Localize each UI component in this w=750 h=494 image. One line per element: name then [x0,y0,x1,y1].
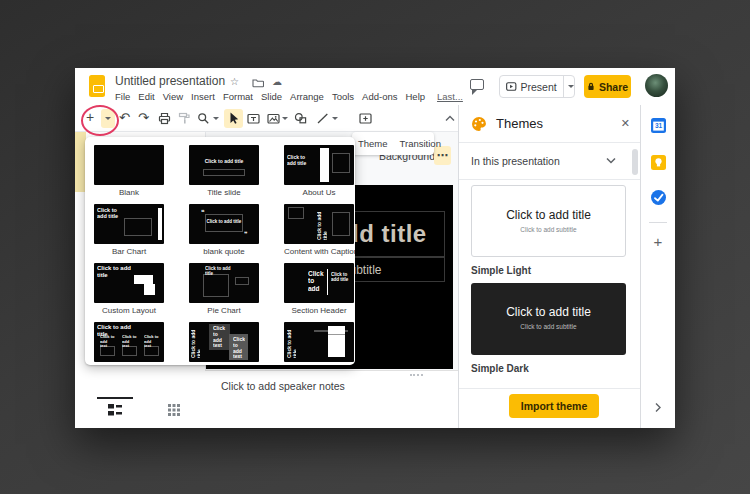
slides-logo-icon[interactable] [89,75,105,97]
app-window: Untitled presentation ☆ ☁ File Edit View… [75,68,675,428]
speaker-notes-input[interactable]: Click to add speaker notes [221,380,345,392]
layout-option-title-slide[interactable]: Click to add title Title slide [189,145,259,197]
cloud-status-icon[interactable]: ☁ [272,76,282,88]
menu-view[interactable]: View [163,91,183,102]
document-title[interactable]: Untitled presentation [115,74,225,88]
present-dropdown-caret[interactable] [568,85,574,91]
header-bar: Untitled presentation ☆ ☁ File Edit View… [75,68,675,105]
line-tool-icon[interactable] [316,112,329,125]
layout-thumbnail: Click to add title [189,145,259,185]
print-icon[interactable] [158,112,171,125]
layout-option-content-with-caption[interactable]: Click to add title Content with Caption [284,204,354,256]
svg-text:31: 31 [655,122,663,129]
import-theme-button[interactable]: Import theme [509,394,599,418]
layout-thumbnail: Click to add title [94,204,164,244]
filmstrip-view-icon[interactable] [108,404,122,416]
layout-thumbnail [94,145,164,185]
themes-scope-label: In this presentation [471,155,560,167]
menu-edit[interactable]: Edit [138,91,154,102]
menu-file[interactable]: File [115,91,130,102]
thumb-title-text: Click to add title [287,155,313,167]
thumb-title-text: Click to add title [331,272,350,282]
theme-card-title: Click to add title [472,208,625,222]
menu-slide[interactable]: Slide [261,91,282,102]
palette-icon [471,116,487,132]
star-icon[interactable]: ☆ [230,76,239,88]
menu-insert[interactable]: Insert [191,91,215,102]
text-box-icon[interactable] [247,112,260,125]
insert-comment-icon[interactable] [359,112,372,125]
image-caret-icon[interactable] [282,117,288,123]
themes-header: Themes ✕ [459,105,641,143]
present-button[interactable]: Present [499,75,575,98]
thumb-title-text: Click to add title [205,219,243,224]
paint-format-icon[interactable] [178,112,191,125]
layout-label: Pie Chart [189,306,259,315]
layout-option-pie-chart[interactable]: Click to add title Pie Chart [189,263,259,315]
insert-image-icon[interactable] [267,112,280,125]
layout-option-section-header[interactable]: Click to add title Click to add title Se… [284,263,354,315]
zoom-icon[interactable] [197,112,210,125]
tasks-icon[interactable] [651,190,666,205]
layout-label: Title slide [189,188,259,197]
layout-thumbnail: Click to add title ❝ ❞ [189,204,259,244]
theme-card-simple-light[interactable]: Click to add title Click to add subtitle [471,185,626,257]
layout-label: Bar Chart [94,247,164,256]
last-edit-link[interactable]: Last... [437,91,463,102]
user-avatar[interactable] [645,74,668,97]
undo-icon[interactable]: ↶ [119,111,130,125]
menu-tools[interactable]: Tools [332,91,354,102]
layouts-grid: Blank Click to add title Title slide Cli… [85,137,355,365]
move-folder-icon[interactable] [252,78,264,88]
lock-icon [587,82,595,91]
thumb-title-text: Click to add title [191,326,200,358]
add-addon-button[interactable]: + [641,233,675,250]
redo-icon[interactable]: ↷ [138,111,149,125]
menu-help[interactable]: Help [405,91,425,102]
calendar-icon[interactable]: 31 [651,118,666,133]
layout-thumbnail: Click to add title Click to add text Cli… [189,322,259,362]
layout-option-about-us[interactable]: Click to add title About Us [284,145,354,197]
transition-button[interactable]: Transition [394,138,447,149]
thumb-body-text: Click to add text [233,337,245,360]
zoom-caret-icon[interactable] [213,117,219,123]
layout-option-custom-layout[interactable]: Click to add title Custom Layout [94,263,164,315]
shape-tool-icon[interactable] [294,112,308,125]
layout-thumbnail: Click to add title Click to add text Cli… [94,322,164,362]
chevron-right-icon[interactable] [654,402,662,413]
notes-drag-handle[interactable] [410,374,423,376]
layout-option-one-column-text[interactable]: Click to add title Click to add text Cli… [94,322,164,365]
close-panel-icon[interactable]: ✕ [621,117,630,130]
thumb-title-text: Click to add title [317,208,327,240]
chevron-down-icon[interactable] [606,157,616,164]
theme-button[interactable]: Theme [352,138,394,149]
annotation-circle [81,105,119,136]
collapse-toolbar-icon[interactable] [444,113,456,124]
layout-thumbnail: Click to add title Click to add title [284,263,354,303]
thumb-title-text: Click to add title [189,159,259,165]
share-label: Share [599,81,628,93]
themes-panel: Themes ✕ In this presentation Click to a… [458,105,640,428]
layout-option-big-number[interactable]: Click to add title [284,322,354,365]
layout-option-blank-quote[interactable]: Click to add title ❝ ❞ blank quote [189,204,259,256]
theme-card-simple-dark[interactable]: Click to add title Click to add subtitle [471,283,626,355]
thumb-title-text: Click to add title [97,265,131,279]
comment-history-icon[interactable] [470,79,484,90]
theme-card-subtitle: Click to add subtitle [471,323,626,330]
menu-arrange[interactable]: Arrange [290,91,324,102]
select-cursor-icon[interactable] [227,111,240,125]
keep-icon[interactable] [651,155,666,170]
layout-label: Blank [94,188,164,197]
workspace-sidebar: 31 + [640,105,675,428]
layout-option-blank[interactable]: Blank [94,145,164,197]
layout-option-bar-chart[interactable]: Click to add title Bar Chart [94,204,164,256]
menu-format[interactable]: Format [223,91,253,102]
layout-option-main-point[interactable]: Click to add title Click to add text Cli… [189,322,259,365]
line-caret-icon[interactable] [332,117,338,123]
panel-scrollbar[interactable] [632,149,638,175]
theme-card-subtitle: Click to add subtitle [472,226,625,233]
grid-view-icon[interactable] [168,404,180,416]
menu-addons[interactable]: Add-ons [362,91,397,102]
panel-divider [459,388,641,389]
share-button[interactable]: Share [584,75,631,98]
